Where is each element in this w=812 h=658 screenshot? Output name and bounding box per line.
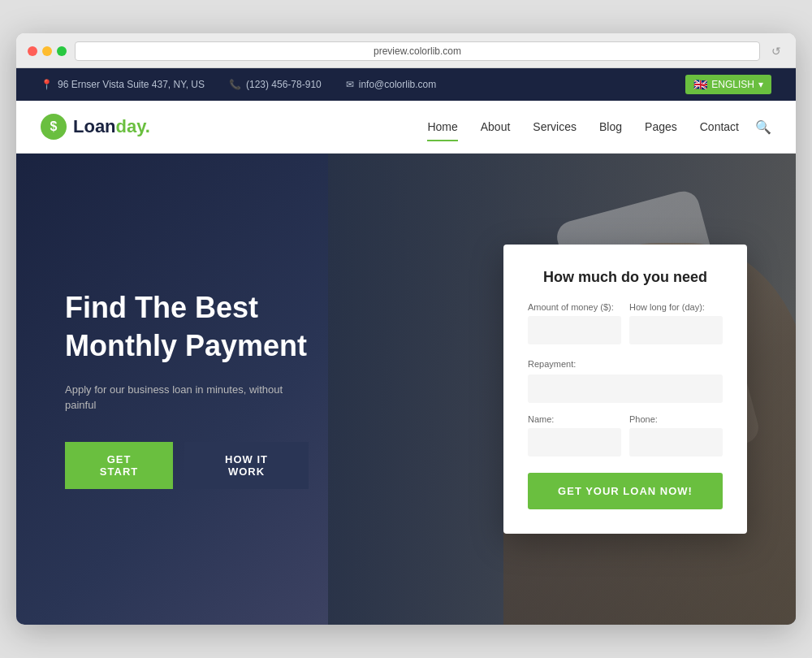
loan-form-card: How much do you need Amount of money ($)… [503,245,747,534]
close-button[interactable] [28,46,37,56]
hero-buttons: GET START HOW IT WORK [65,442,309,489]
phone-label: Phone: [629,414,723,424]
minimize-button[interactable] [42,46,52,56]
location-icon: 📍 [41,79,53,90]
logo[interactable]: $ Loanday. [41,114,150,140]
duration-input[interactable] [629,316,723,344]
repayment-group: Repayment: [528,356,723,403]
top-bar: 📍 96 Ernser Vista Suite 437, NY, US 📞 (1… [16,68,796,101]
hero-section: Find The Best Monthly Payment Apply for … [16,154,796,625]
amount-input[interactable] [528,316,621,344]
how-it-work-button[interactable]: HOW IT WORK [184,442,309,489]
navigation: $ Loanday. Home About Services Blog Page… [16,101,796,154]
nav-blog[interactable]: Blog [599,114,622,140]
language-button[interactable]: 🇬🇧 ENGLISH ▾ [685,75,771,94]
nav-pages[interactable]: Pages [645,114,677,140]
amount-duration-row: Amount of money ($): How long for (day): [528,302,723,344]
email-text: info@colorlib.com [359,79,437,90]
hero-title: Find The Best Monthly Payment [65,289,309,366]
duration-label: How long for (day): [629,302,723,312]
name-label: Name: [528,414,621,424]
address-text: 96 Ernser Vista Suite 437, NY, US [58,79,205,90]
phone-icon: 📞 [229,79,241,90]
browser-chrome: preview.colorlib.com ↺ [16,33,796,68]
lang-label: ENGLISH [711,79,754,90]
amount-label: Amount of money ($): [528,302,621,312]
email-item: ✉ info@colorlib.com [346,79,437,90]
name-phone-row: Name: Phone: [528,414,723,457]
chevron-down-icon: ▾ [758,79,763,90]
browser-window: preview.colorlib.com ↺ 📍 96 Ernser Vista… [16,33,796,625]
phone-item: 📞 (123) 456-78-910 [229,79,322,90]
repayment-input[interactable] [528,374,723,403]
phone-text: (123) 456-78-910 [246,79,322,90]
email-icon: ✉ [346,79,354,90]
repayment-label: Repayment: [528,359,576,369]
form-title: How much do you need [528,269,723,286]
window-controls [28,46,67,56]
search-icon[interactable]: 🔍 [755,120,771,134]
flag-icon: 🇬🇧 [693,78,707,91]
logo-symbol: $ [50,119,58,134]
nav-services[interactable]: Services [533,114,577,140]
url-bar[interactable]: preview.colorlib.com [75,41,760,61]
nav-links: Home About Services Blog Pages Contact [427,119,739,134]
name-input[interactable] [528,428,621,457]
phone-group: Phone: [629,414,723,457]
duration-group: How long for (day): [629,302,723,344]
amount-group: Amount of money ($): [528,302,621,344]
get-loan-button[interactable]: GET YOUR LOAN NOW! [528,473,723,509]
name-group: Name: [528,414,621,457]
logo-icon: $ [41,114,67,140]
nav-about[interactable]: About [481,114,511,140]
hero-subtitle: Apply for our business loan in minutes, … [65,382,309,413]
nav-contact[interactable]: Contact [700,114,739,140]
phone-input[interactable] [629,428,723,457]
logo-text: Loanday. [73,116,150,137]
refresh-icon[interactable]: ↺ [768,43,784,59]
address-item: 📍 96 Ernser Vista Suite 437, NY, US [41,79,205,90]
hero-content: Find The Best Monthly Payment Apply for … [16,289,357,489]
maximize-button[interactable] [57,46,67,56]
get-start-button[interactable]: GET START [65,442,173,489]
nav-home[interactable]: Home [427,114,457,141]
